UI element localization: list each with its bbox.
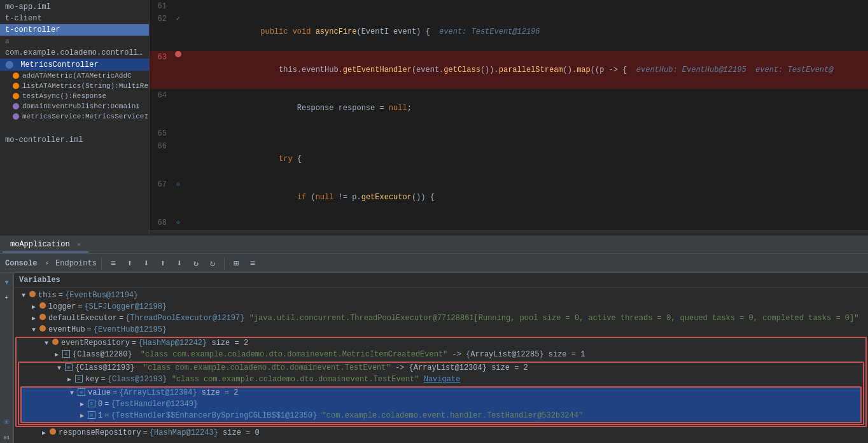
sidebar-item-controller[interactable]: t-controller (0, 24, 149, 36)
metrics-controller-icon: ⬤ (5, 60, 13, 69)
event-repository-container: ▼ eventRepository = {HashMap@12242} size… (15, 337, 867, 427)
toolbar-btn-lines[interactable]: ≡ (246, 257, 260, 271)
line-number-66: 66 (150, 140, 172, 153)
sidebar-method-list[interactable]: listATAMetrics(String):MultiRes (0, 81, 149, 91)
line-number-64: 64 (150, 89, 172, 102)
toolbar-btn-grid[interactable]: ⊞ (229, 257, 243, 271)
var-row-event-repository[interactable]: ▼ eventRepository = {HashMap@12242} size… (17, 338, 865, 349)
code-editor: 61 62 ✓ public void asyncFire(EventI eve… (150, 0, 868, 236)
var-row-index-0[interactable]: ▶ ≡ 0 = {TestHandler@12349} (22, 399, 860, 411)
var-toggle-eventhub[interactable]: ▼ (29, 325, 38, 334)
sidebar-method-add[interactable]: addATAMetric(ATAMetricAddC (0, 71, 149, 81)
var-row-this[interactable]: ▼ this = {EventBus@12194} (14, 290, 868, 302)
sidebar-item-metrics-controller[interactable]: ⬤ MetricsController (0, 59, 149, 71)
editor-scrollbar[interactable] (150, 230, 868, 236)
sidebar-method-metrics-service[interactable]: metricsService:MetricsServiceI (0, 111, 149, 122)
line-number-65: 65 (150, 127, 172, 140)
app-container: mo-app.iml t-client t-controller a com.e… (0, 0, 868, 443)
line-content-64: Response response = null; (185, 89, 868, 127)
list-icon-value: ≡ (78, 388, 85, 396)
var-toggle-executor[interactable]: ▶ (29, 314, 38, 323)
side-icon-binary[interactable]: 01 (1, 432, 13, 443)
sidebar-item-client[interactable]: t-client (0, 13, 149, 24)
bottom-panel: moApplication ✕ Console ⚡ Endpoints ≡ ⬆ … (0, 236, 868, 443)
list-icon-0: ≡ (88, 400, 95, 407)
method-icon-list (13, 83, 19, 89)
field-icon-executor (39, 314, 46, 320)
var-row-class-12193[interactable]: ▼ ≡ {Class@12193} "class com.example.col… (19, 363, 863, 374)
var-toggle-key[interactable]: ▶ (65, 375, 74, 384)
bottom-tabs: moApplication ✕ (0, 236, 868, 254)
sidebar-section-a: a (0, 36, 149, 47)
list-icon-key: ≡ (75, 375, 83, 383)
side-icon-filter[interactable]: ▼ (1, 277, 13, 288)
var-row-key[interactable]: ▶ ≡ key = {Class@12193} "class com.examp… (19, 374, 863, 386)
code-line-61: 61 (150, 0, 868, 13)
line-number-67: 67 (150, 178, 172, 191)
gutter-63 (172, 51, 185, 57)
list-icon-12280: ≡ (62, 350, 70, 358)
field-icon-domain (13, 103, 19, 109)
tab-mo-application[interactable]: moApplication ✕ (3, 237, 88, 253)
toolbar-btn-refresh2[interactable]: ↻ (206, 257, 220, 271)
var-row-value[interactable]: ▼ ≡ value = {ArrayList@12304} size = 2 (22, 388, 860, 399)
side-icon-eye[interactable]: 👁 (1, 416, 13, 428)
gutter-68: ◇ (172, 216, 185, 229)
line-number-63: 63 (150, 51, 172, 64)
list-icon-1: ≡ (88, 411, 95, 419)
value-row-container: ▼ ≡ value = {ArrayList@12304} size = 2 (20, 386, 862, 423)
tab-close-mo-application[interactable]: ✕ (77, 241, 81, 248)
line-content-67: if (null != p.getExecutor()) { (185, 178, 868, 216)
var-row-event-hub[interactable]: ▼ eventHub = {EventHub@12195} (14, 325, 868, 336)
toolbar-sep-2 (224, 258, 225, 269)
sidebar-method-test-async[interactable]: testAsync():Response (0, 91, 149, 101)
code-line-67: 67 ◇ if (null != p.getExecutor()) { (150, 178, 868, 216)
var-row-logger[interactable]: ▶ logger = {SLFJLogger@12198} (14, 302, 868, 313)
navigate-link[interactable]: Navigate (424, 375, 461, 384)
var-toggle-this[interactable]: ▼ (19, 291, 28, 300)
endpoints-icon: ⚡ (45, 259, 49, 267)
var-toggle-eventrepo[interactable]: ▼ (42, 339, 51, 348)
bottom-toolbar: Console ⚡ Endpoints ≡ ⬆ ⬇ ⬆ ⬇ ↻ ↻ ⊞ ≡ (0, 254, 868, 273)
toolbar-btn-all-lines[interactable]: ≡ (106, 257, 120, 271)
bottom-layout: ▼ + 👁 01 Variables ▼ this = {E (0, 273, 868, 443)
variables-section: Variables ▼ this = {EventBus@12194} (14, 273, 868, 443)
code-line-65: 65 (150, 127, 868, 140)
gutter-62: ✓ (172, 13, 185, 25)
var-row-default-executor[interactable]: ▶ defaultExecutor = {ThreadPoolExecutor@… (14, 313, 868, 325)
console-label: Console (5, 259, 37, 268)
var-row-response-repo[interactable]: ▶ responseRepository = {HashMap@12243} s… (14, 428, 868, 439)
var-toggle-12280[interactable]: ▶ (52, 350, 61, 359)
toolbar-btn-up2[interactable]: ⬆ (156, 257, 170, 271)
sidebar-method-domain-publisher[interactable]: domainEventPublisher:DomainI (0, 101, 149, 111)
method-icon-add (13, 73, 19, 79)
line-content-63: this.eventHub.getEventHandler(event.getC… (185, 51, 868, 89)
var-row-index-1[interactable]: ▶ ≡ 1 = {TestHandler$$EnhancerBySpringCG… (22, 411, 860, 422)
var-toggle-value[interactable]: ▼ (67, 388, 76, 397)
sidebar-footer-iml[interactable]: mo-controller.iml (0, 134, 149, 146)
toolbar-btn-refresh1[interactable]: ↻ (189, 257, 203, 271)
toolbar-btn-down2[interactable]: ⬇ (172, 257, 186, 271)
breakpoint-63 (175, 51, 181, 57)
variables-header: Variables (14, 273, 868, 288)
line-content-68: p.getExecutor().submit(() -> { (185, 216, 868, 230)
code-lines: 61 62 ✓ public void asyncFire(EventI eve… (150, 0, 868, 230)
var-toggle-1[interactable]: ▶ (78, 411, 87, 420)
field-icon-logger (39, 302, 46, 309)
var-toggle-logger[interactable]: ▶ (29, 302, 38, 311)
toolbar-btn-down1[interactable]: ⬇ (139, 257, 153, 271)
var-toggle-0[interactable]: ▶ (78, 400, 87, 409)
toolbar-btn-up1[interactable]: ⬆ (123, 257, 137, 271)
var-toggle-responserepo[interactable]: ▶ (39, 428, 48, 437)
sidebar-item-package[interactable]: com.example.colademo.controller (0, 47, 149, 59)
side-icon-add[interactable]: + (1, 292, 13, 304)
var-row-class-12280[interactable]: ▶ ≡ {Class@12280} "class com.example.col… (17, 349, 865, 361)
line-number-61: 61 (150, 0, 172, 13)
method-icon-test (13, 93, 19, 99)
field-icon-responserepo (50, 428, 56, 435)
var-toggle-12193[interactable]: ▼ (55, 363, 64, 372)
sidebar-item-iml[interactable]: mo-app.iml (0, 1, 149, 13)
field-icon-this (29, 291, 36, 297)
line-content-66: try { (185, 140, 868, 178)
side-icons: ▼ + 👁 01 (0, 273, 14, 443)
